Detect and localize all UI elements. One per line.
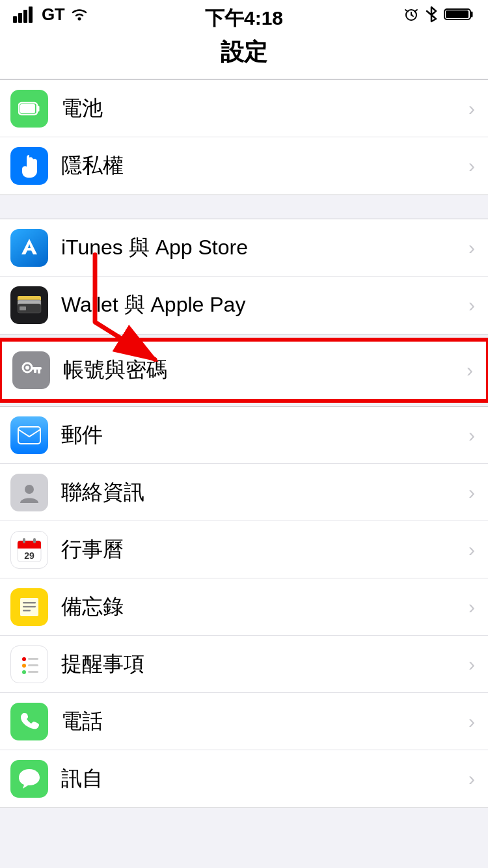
svg-point-34	[22, 664, 26, 668]
passwords-app-icon	[12, 351, 50, 389]
phone-label: 電話	[61, 707, 468, 736]
contacts-chevron: ›	[468, 481, 475, 504]
contacts-app-icon	[10, 474, 48, 511]
notes-app-icon	[10, 588, 48, 626]
passwords-row[interactable]: 帳號與密碼 ›	[2, 342, 486, 399]
calendar-row[interactable]: 29 行事曆 ›	[0, 521, 488, 578]
svg-rect-18	[34, 370, 36, 373]
reminders-label: 提醒事項	[61, 650, 468, 679]
status-bar: GT 下午4:18	[0, 0, 488, 29]
phone-app-icon	[10, 703, 48, 740]
calendar-label: 行事曆	[61, 536, 468, 564]
svg-rect-29	[23, 602, 36, 604]
store-section: iTunes 與 App Store › Wallet 與 Apple Pay …	[0, 219, 488, 334]
battery-app-icon	[10, 90, 48, 128]
svg-rect-27	[33, 538, 36, 543]
battery-chevron: ›	[468, 98, 475, 120]
wallet-row[interactable]: Wallet 與 Apple Pay ›	[0, 277, 488, 334]
notes-row[interactable]: 備忘錄 ›	[0, 578, 488, 636]
messages-label: 訊自	[61, 765, 468, 793]
signal-icon	[13, 6, 36, 23]
battery-icon	[444, 7, 475, 22]
wifi-icon	[70, 7, 89, 21]
passwords-section: 帳號與密碼 ›	[0, 340, 488, 401]
mail-app-icon	[10, 416, 48, 454]
alarm-icon	[403, 7, 419, 22]
privacy-app-icon	[10, 147, 48, 185]
appstore-label: iTunes 與 App Store	[61, 234, 468, 262]
wallet-app-icon	[10, 286, 48, 324]
status-carrier: GT	[13, 5, 89, 25]
svg-rect-16	[31, 367, 42, 370]
appstore-row[interactable]: iTunes 與 App Store ›	[0, 219, 488, 277]
status-icons	[403, 6, 475, 23]
passwords-label: 帳號與密碼	[63, 356, 467, 385]
svg-rect-37	[28, 671, 38, 673]
svg-rect-7	[446, 10, 468, 18]
mail-label: 郵件	[61, 421, 468, 450]
svg-text:29: 29	[24, 550, 34, 561]
svg-rect-30	[23, 606, 36, 608]
page-title: 設定	[0, 29, 488, 79]
svg-rect-1	[18, 13, 22, 23]
bluetooth-icon	[426, 6, 437, 23]
svg-point-32	[22, 657, 26, 661]
phone-chevron: ›	[468, 711, 475, 733]
notes-label: 備忘錄	[61, 593, 468, 621]
reminders-row[interactable]: 提醒事項 ›	[0, 636, 488, 693]
svg-rect-26	[23, 538, 25, 543]
svg-rect-31	[23, 610, 31, 612]
svg-rect-33	[28, 658, 38, 660]
reminders-chevron: ›	[468, 653, 475, 675]
wallet-chevron: ›	[468, 294, 475, 316]
svg-point-36	[22, 670, 26, 674]
svg-rect-17	[38, 370, 40, 373]
svg-rect-24	[18, 546, 41, 549]
svg-point-21	[25, 485, 34, 494]
contacts-row[interactable]: 聯絡資訊 ›	[0, 464, 488, 521]
phone-row[interactable]: 電話 ›	[0, 693, 488, 750]
svg-rect-35	[28, 664, 38, 666]
mail-row[interactable]: 郵件 ›	[0, 407, 488, 464]
calendar-chevron: ›	[468, 539, 475, 561]
privacy-row[interactable]: 隱私權 ›	[0, 137, 488, 195]
appstore-app-icon	[10, 229, 48, 267]
mail-chevron: ›	[468, 424, 475, 446]
carrier-label: GT	[42, 5, 64, 25]
svg-rect-13	[20, 306, 26, 310]
notes-chevron: ›	[468, 596, 475, 618]
reminders-app-icon	[10, 645, 48, 683]
messages-row[interactable]: 訊自 ›	[0, 750, 488, 807]
appstore-chevron: ›	[468, 237, 475, 259]
wallet-label: Wallet 與 Apple Pay	[61, 291, 468, 319]
svg-rect-3	[29, 7, 33, 23]
calendar-app-icon: 29	[10, 531, 48, 569]
messages-chevron: ›	[468, 768, 475, 790]
top-visible-section: 電池 › 隱私權 ›	[0, 79, 488, 195]
battery-label: 電池	[61, 94, 468, 123]
svg-point-4	[78, 18, 81, 21]
privacy-chevron: ›	[468, 155, 475, 177]
messages-app-icon	[10, 760, 48, 798]
apps-section: 郵件 › 聯絡資訊 › 29 行事曆 ›	[0, 406, 488, 808]
svg-rect-0	[13, 16, 17, 23]
svg-rect-20	[18, 427, 40, 444]
status-time: 下午4:18	[205, 5, 283, 32]
contacts-label: 聯絡資訊	[61, 478, 468, 507]
svg-rect-2	[23, 10, 27, 23]
passwords-chevron: ›	[467, 359, 473, 381]
svg-point-15	[25, 366, 29, 370]
privacy-label: 隱私權	[61, 152, 468, 180]
battery-row[interactable]: 電池 ›	[0, 80, 488, 137]
svg-rect-9	[20, 104, 35, 113]
